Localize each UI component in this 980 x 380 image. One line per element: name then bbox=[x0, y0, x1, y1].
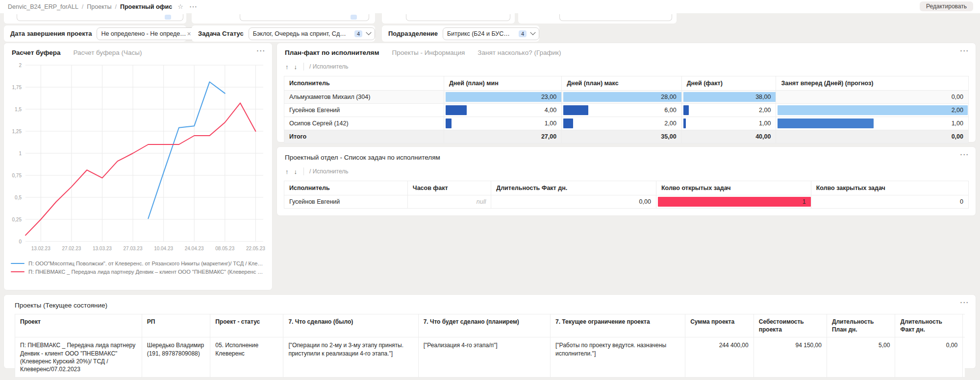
truncated-filter-input[interactable] bbox=[240, 14, 369, 21]
edit-button[interactable]: Редактировать bbox=[920, 1, 973, 11]
table-cell: 0,00 bbox=[895, 337, 963, 377]
value-bar bbox=[446, 105, 467, 115]
panel-title: Проекты (Текущее состояние) bbox=[4, 295, 976, 309]
table-cell: ["Операции по 2-му и 3-му этапу приняты.… bbox=[283, 337, 418, 377]
breadcrumb-more-icon[interactable]: ··· bbox=[190, 3, 198, 10]
data-table: ПроектРППроект - статус7. Что сделано (б… bbox=[15, 314, 965, 378]
cell-value: 2,00 bbox=[664, 120, 676, 127]
table-cell: 0,00 bbox=[491, 195, 656, 208]
table-row[interactable]: Альмухаметов Михаил (304)23,0028,0038,00… bbox=[284, 91, 969, 104]
date-filter-input[interactable]: Не определено - Не определено × bbox=[97, 27, 195, 40]
column-header[interactable]: Исполнитель bbox=[284, 76, 444, 90]
truncated-filter-input[interactable] bbox=[559, 14, 672, 21]
buffer-line-chart: 00,250,50,7511,251,51,75213.02.2327.02.2… bbox=[8, 59, 272, 257]
sort-asc-button[interactable]: ↑ bbox=[285, 168, 289, 175]
truncated-filter-card bbox=[4, 13, 186, 24]
sort-desc-button[interactable]: ↓ bbox=[294, 168, 298, 175]
cell-value: 40,00 bbox=[755, 133, 771, 140]
column-header[interactable]: Дней (факт) bbox=[682, 76, 777, 90]
value-bar bbox=[778, 119, 874, 128]
column-header[interactable]: Колво закрытых задач bbox=[811, 181, 969, 195]
table-cell: 28,00 bbox=[562, 91, 681, 103]
cell-value: 0 bbox=[960, 198, 963, 205]
status-filter-select[interactable]: Бэклог, Очередь на спринт, Сдать заказчи… bbox=[249, 27, 375, 40]
svg-text:0,75: 0,75 bbox=[12, 173, 22, 178]
table-cell: П: ПНЕВМАКС _ Передача лида партнеру Ден… bbox=[15, 337, 142, 377]
column-header[interactable]: 7. Что сделано (было) bbox=[283, 314, 418, 337]
breadcrumb-item-root[interactable]: Denvic_B24_ERP_forALL bbox=[8, 3, 78, 10]
table-cell: 35,00 bbox=[562, 130, 681, 143]
value-bar bbox=[563, 105, 588, 115]
table-header-row: ИсполнительЧасов фактДлительность Факт д… bbox=[284, 181, 969, 195]
column-header[interactable]: Проект bbox=[15, 314, 142, 337]
favorite-star-icon[interactable]: ☆ bbox=[177, 3, 183, 10]
division-filter-select[interactable]: Битрикс (Б24 и БУС-внедр), П... 4 bbox=[443, 27, 539, 40]
filter-label: Подразделение bbox=[388, 30, 438, 37]
more-menu-icon[interactable]: ··· bbox=[960, 299, 970, 307]
tab-buffer-calc-hours[interactable]: Расчет буфера (Часы) bbox=[73, 49, 142, 56]
cell-value: Альмухаметов Михаил (304) bbox=[289, 94, 370, 100]
table-row[interactable]: Гусейнов Евгений4,006,002,002,00 bbox=[284, 104, 969, 117]
filter-count-badge bbox=[351, 15, 357, 20]
tab-plan-fact[interactable]: План-факт по исполнителям bbox=[285, 49, 379, 56]
more-menu-icon[interactable]: ··· bbox=[960, 47, 970, 55]
tab-busy-chart[interactable]: Занят насколько? (График) bbox=[477, 49, 561, 56]
sort-desc-button[interactable]: ↓ bbox=[294, 63, 298, 71]
column-header[interactable]: Длительность Факт дн. bbox=[491, 181, 656, 195]
cell-value: 05. Исполнение Клеверенс bbox=[215, 342, 258, 356]
svg-text:1,75: 1,75 bbox=[12, 85, 22, 90]
legend-item[interactable]: П: ООО"Мясоптиц Поволжски". от Клеверенс… bbox=[11, 259, 263, 267]
tab-buffer-calc[interactable]: Расчет буфера bbox=[12, 49, 60, 56]
tab-projects-info[interactable]: Проекты - Информация bbox=[392, 49, 465, 56]
column-header[interactable]: Проект - статус bbox=[210, 314, 283, 337]
svg-text:24.04.23: 24.04.23 bbox=[185, 246, 204, 251]
truncated-filter-input[interactable] bbox=[17, 14, 183, 21]
table-row[interactable]: П: ПНЕВМАКС _ Передача лида партнеру Ден… bbox=[15, 337, 965, 378]
dashboard-page: Denvic_B24_ERP_forALL / Проекты / Проект… bbox=[0, 0, 980, 380]
table-total-row[interactable]: Итого27,0035,0040,000,00 bbox=[284, 130, 969, 143]
column-header[interactable]: Себестоимость проекта bbox=[754, 314, 827, 337]
table-cell: 38,00 bbox=[682, 91, 777, 103]
table-cell: Итого bbox=[284, 130, 444, 143]
cell-value: П: ПНЕВМАКС _ Передача лида партнеру Ден… bbox=[20, 342, 135, 373]
cell-value: null bbox=[477, 198, 486, 205]
truncated-filter-input[interactable] bbox=[406, 14, 510, 21]
sort-asc-button[interactable]: ↑ bbox=[285, 63, 289, 71]
column-header[interactable]: Исполнитель bbox=[284, 181, 408, 195]
value-bar bbox=[446, 119, 452, 128]
clear-filter-icon[interactable]: × bbox=[187, 30, 191, 38]
column-header[interactable]: Сумма проекта bbox=[685, 314, 754, 337]
column-header[interactable]: РП bbox=[142, 314, 211, 337]
more-menu-icon[interactable]: ··· bbox=[257, 47, 266, 55]
filter-card-status: Задача Статус Бэклог, Очередь на спринт,… bbox=[192, 25, 375, 42]
value-bar bbox=[563, 119, 573, 128]
cell-value: Шередько Владимир (191, 89787809088) bbox=[147, 342, 204, 356]
cell-value: 27,00 bbox=[541, 133, 556, 140]
more-menu-icon[interactable]: ··· bbox=[960, 151, 970, 159]
column-header[interactable]: Длительность Факт дн. bbox=[895, 314, 963, 337]
tasks-table-mount: ИсполнительЧасов фактДлительность Факт д… bbox=[277, 181, 976, 209]
table-cell: 2,00 bbox=[776, 104, 969, 117]
column-header[interactable]: 7. Текущее ограничение проекта bbox=[551, 314, 685, 337]
column-header[interactable]: Занят вперед (Дней) (прогноз) bbox=[776, 76, 969, 90]
cell-value: 0,00 bbox=[952, 133, 963, 140]
truncated-filter-card bbox=[518, 13, 677, 24]
column-header[interactable]: Часов факт bbox=[408, 181, 491, 195]
breadcrumb-separator: / bbox=[115, 3, 117, 10]
divider bbox=[303, 63, 304, 71]
table-row[interactable]: Осипов Сергей (142)1,002,001,001,00 bbox=[284, 117, 969, 130]
cell-value: Осипов Сергей (142) bbox=[289, 120, 349, 127]
column-header[interactable]: Колво открытых задач bbox=[656, 181, 811, 195]
column-header[interactable]: Дней (план) мин bbox=[444, 76, 562, 90]
value-bar bbox=[778, 105, 968, 115]
svg-text:0,5: 0,5 bbox=[15, 195, 22, 200]
legend-item[interactable]: П: ПНЕВМАКС _ Передача лида партнеру Ден… bbox=[11, 267, 263, 276]
column-header[interactable]: Дней (план) макс bbox=[562, 76, 681, 90]
breadcrumb-item-projects[interactable]: Проекты bbox=[87, 3, 111, 10]
table-row[interactable]: Гусейнов Евгенийnull0,0010 bbox=[284, 195, 969, 209]
column-header[interactable]: 7. Что будет сделано (планирем) bbox=[419, 314, 551, 337]
filter-card-division: Подразделение Битрикс (Б24 и БУС-внедр),… bbox=[382, 25, 539, 42]
svg-text:10.04.23: 10.04.23 bbox=[154, 246, 173, 251]
table-cell: Гусейнов Евгений bbox=[284, 104, 444, 117]
column-header[interactable]: Длительность План дн. bbox=[827, 314, 896, 337]
